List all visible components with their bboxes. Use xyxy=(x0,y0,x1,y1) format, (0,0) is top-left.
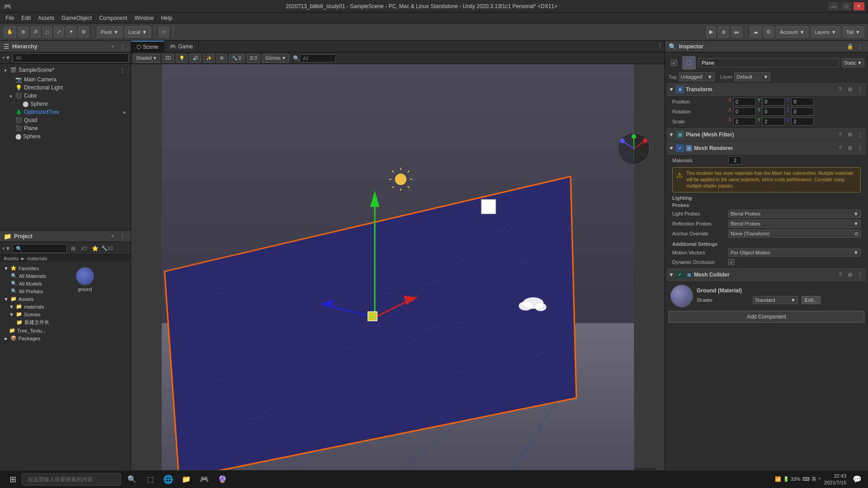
tree-item-samplescene[interactable]: 🎬 SampleScene* ⋮ xyxy=(0,65,131,75)
project-scenes[interactable]: ▼ 📁 Scenes xyxy=(2,310,66,318)
project-all-prefabs[interactable]: 🔍 All Prefabs xyxy=(2,287,66,295)
gizmo-widget[interactable]: y x z xyxy=(617,132,651,166)
tray-chevron[interactable]: ^ xyxy=(818,477,821,482)
meshfilter-menu[interactable]: ⋮ xyxy=(855,130,864,139)
static-dropdown[interactable]: Static ▼ xyxy=(842,58,864,67)
services-button[interactable]: ⚙ xyxy=(763,26,774,38)
scene-viewport[interactable]: y x z ◄Persp xyxy=(131,64,665,484)
shader-dropdown[interactable]: Standard ▼ xyxy=(753,296,798,304)
project-all-materials[interactable]: 🔍 All Materials xyxy=(2,272,66,280)
hierarchy-menu[interactable]: ⋮ xyxy=(118,42,127,51)
tree-item-plane[interactable]: ⬛ Plane xyxy=(0,124,131,132)
pos-x-input[interactable] xyxy=(733,98,756,106)
project-file-ground[interactable]: ground xyxy=(71,266,99,293)
reflection-probes-dropdown[interactable]: Blend Probes ▼ xyxy=(728,220,861,228)
project-add-btn[interactable]: +▼ xyxy=(2,244,11,253)
maximize-button[interactable]: □ xyxy=(841,2,852,10)
inspector-lock[interactable]: 🔒 xyxy=(845,42,854,51)
move-handle[interactable]: ⊹ xyxy=(159,26,169,38)
pos-y-input[interactable] xyxy=(762,98,785,106)
motion-vectors-dropdown[interactable]: Per Object Motion ▼ xyxy=(728,249,861,257)
step-button[interactable]: ⏭ xyxy=(731,26,742,38)
project-packages[interactable]: ► 📦 Packages xyxy=(2,334,66,342)
project-menu[interactable]: ⋮ xyxy=(118,232,127,241)
menu-help[interactable]: Help xyxy=(157,14,176,22)
transform-menu[interactable]: ⋮ xyxy=(855,85,864,94)
minimize-button[interactable]: — xyxy=(828,2,839,10)
project-favorites[interactable]: ▼ ⭐ Favorites xyxy=(2,264,66,272)
scale-tool[interactable]: □ xyxy=(42,26,52,38)
hierarchy-search[interactable] xyxy=(13,53,129,62)
meshrenderer-enabled-cb[interactable]: ✓ xyxy=(676,144,684,152)
scene-options[interactable]: ⋮ xyxy=(118,66,127,75)
menu-assets[interactable]: Assets xyxy=(34,14,58,22)
menu-gameobject[interactable]: GameObject xyxy=(58,14,95,22)
taskbar-icon-edge[interactable]: 🌐 xyxy=(161,472,175,487)
move-tool[interactable]: ⊕ xyxy=(18,26,28,38)
menu-file[interactable]: File xyxy=(2,14,18,22)
hierarchy-add-btn[interactable]: +▼ xyxy=(2,53,11,62)
2d-button[interactable]: 2D xyxy=(162,54,174,63)
path-assets[interactable]: Assets xyxy=(4,256,19,261)
tree-item-cube[interactable]: ⬛ Cube xyxy=(0,92,131,100)
project-search[interactable] xyxy=(13,244,67,253)
taskbar-icon-vs[interactable]: 🔮 xyxy=(215,472,230,487)
tree-item-optimizedtree[interactable]: 🌲 OptimizedTree ► xyxy=(0,108,131,116)
meshfilter-settings[interactable]: ⚙ xyxy=(845,130,854,139)
taskbar-icon-taskview[interactable]: ⬚ xyxy=(143,472,157,487)
rot-y-input[interactable] xyxy=(762,108,785,116)
scene-settings[interactable]: ⚙ xyxy=(217,54,227,63)
scene-panel-menu[interactable]: ⋮ xyxy=(656,41,665,50)
scale-y-input[interactable] xyxy=(762,117,785,126)
pivot-dropdown[interactable]: Pivot ▼ xyxy=(97,26,123,38)
scale-z-input[interactable] xyxy=(791,117,814,126)
tab-scene[interactable]: ⬡ Scene xyxy=(131,41,164,52)
taskbar-search[interactable] xyxy=(22,473,121,486)
project-all-models[interactable]: 🔍 All Models xyxy=(2,280,66,287)
taskbar-icon-game1[interactable]: 🎮 xyxy=(197,472,212,487)
path-materials[interactable]: materials xyxy=(27,256,47,261)
lighting-button[interactable]: 💡 xyxy=(176,54,188,63)
project-materials[interactable]: ▼ 📁 materials xyxy=(2,303,66,310)
menu-window[interactable]: Window xyxy=(131,14,157,22)
start-button[interactable]: ⊞ xyxy=(4,470,22,488)
layers-dropdown[interactable]: Layers ▼ xyxy=(811,26,840,38)
audio-button[interactable]: 🔊 xyxy=(189,54,201,63)
tree-item-quad[interactable]: ⬛ Quad xyxy=(0,116,131,124)
transform-help[interactable]: ? xyxy=(835,85,844,94)
tree-item-sphere1[interactable]: ⬤ Sphere xyxy=(0,100,131,108)
pause-button[interactable]: ⏸ xyxy=(718,26,729,38)
rot-z-input[interactable] xyxy=(791,108,814,116)
expand-cube[interactable] xyxy=(9,93,14,99)
hierarchy-add[interactable]: + xyxy=(108,42,117,51)
tree-item-maincamera[interactable]: 📷 Main Camera xyxy=(0,75,131,84)
project-filter1[interactable]: ⊞ xyxy=(69,244,78,253)
menu-edit[interactable]: Edit xyxy=(18,14,34,22)
custom-tool[interactable]: ⚙ xyxy=(78,26,89,38)
edit-shader-button[interactable]: Edit... xyxy=(802,296,821,304)
meshrenderer-help[interactable]: ? xyxy=(835,144,844,153)
layout-dropdown[interactable]: Tall ▼ xyxy=(842,26,864,38)
object-name-input[interactable] xyxy=(698,58,839,67)
scene-search[interactable] xyxy=(300,54,336,62)
project-assets[interactable]: ▼ 📁 Assets xyxy=(2,295,66,303)
tag-dropdown[interactable]: Untagged ▼ xyxy=(679,72,715,81)
meshcollider-help[interactable]: ? xyxy=(835,270,844,279)
meshcollider-settings[interactable]: ⚙ xyxy=(845,270,854,279)
close-button[interactable]: ✕ xyxy=(854,2,864,10)
meshrenderer-menu[interactable]: ⋮ xyxy=(855,144,864,153)
fx-button[interactable]: ✨ xyxy=(203,54,215,63)
local-dropdown[interactable]: Local ▼ xyxy=(124,26,151,38)
scale-x-input[interactable] xyxy=(733,117,756,126)
component-meshrenderer[interactable]: ▼ ✓ ⊞ Mesh Renderer ? ⚙ ⋮ xyxy=(667,142,866,155)
hand-tool[interactable]: ✋ xyxy=(4,26,16,38)
notification-button[interactable]: 💬 xyxy=(850,472,864,487)
layer-dropdown[interactable]: Default ▼ xyxy=(734,72,770,81)
play-button[interactable]: ▶ xyxy=(706,26,716,38)
rot-x-input[interactable] xyxy=(733,108,756,116)
pos-z-input[interactable] xyxy=(791,98,814,106)
anchor-override-value[interactable]: None (Transform) ⊙ xyxy=(728,230,861,238)
meshfilter-help[interactable]: ? xyxy=(835,130,844,139)
dynamic-occlusion-checkbox[interactable] xyxy=(728,259,735,265)
tab-game[interactable]: 🎮 Game xyxy=(164,41,199,52)
